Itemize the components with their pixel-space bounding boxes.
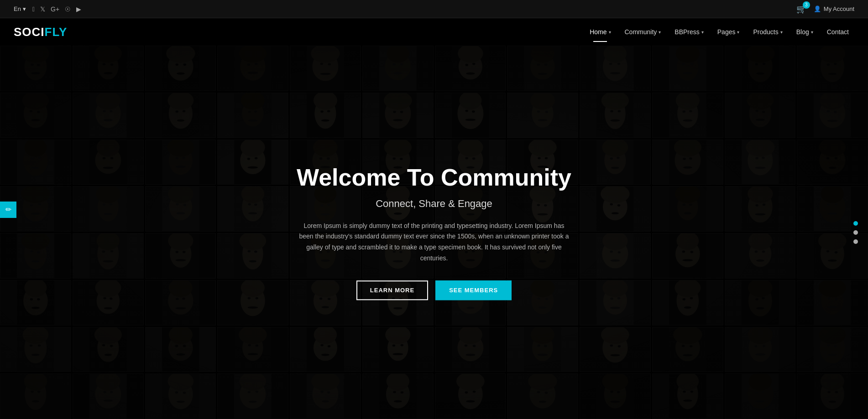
slide-dot-2[interactable] [853, 230, 858, 235]
nav-products-label: Products [753, 28, 778, 36]
nav-blog-arrow: ▾ [811, 30, 813, 35]
youtube-icon[interactable]: ▶ [76, 5, 81, 13]
cart-button[interactable]: 🛒 3 [796, 4, 806, 14]
hero-content: Welcome To Community Connect, Share & En… [274, 165, 594, 300]
see-members-button[interactable]: SEE MEMBERS [435, 280, 512, 300]
hero-section: Welcome To Community Connect, Share & En… [0, 46, 868, 419]
main-nav: SOCIFLY Home ▾ Community ▾ BBPress ▾ Pag… [0, 18, 868, 46]
rss-icon[interactable]: ☉ [65, 5, 71, 13]
twitter-icon[interactable]: 𝕏 [40, 5, 45, 13]
hero-title: Welcome To Community [274, 165, 594, 191]
nav-contact-label: Contact [827, 28, 849, 36]
slide-dot-1[interactable] [853, 221, 858, 226]
nav-pages[interactable]: Pages ▾ [712, 25, 745, 39]
nav-home-arrow: ▾ [609, 30, 611, 35]
nav-home-label: Home [590, 28, 607, 36]
nav-community-label: Community [625, 28, 657, 36]
slide-dots [853, 221, 858, 244]
edit-icon: ✏ [5, 205, 11, 214]
slide-dot-3[interactable] [853, 239, 858, 244]
nav-bbpress-label: BBPress [675, 28, 699, 36]
nav-bbpress-arrow: ▾ [701, 30, 704, 35]
edit-button[interactable]: ✏ [0, 202, 16, 218]
nav-community-arrow: ▾ [659, 30, 661, 35]
nav-home[interactable]: Home ▾ [584, 25, 616, 39]
social-icons:  𝕏 G+ ☉ ▶ [32, 5, 81, 13]
nav-blog[interactable]: Blog ▾ [791, 25, 819, 39]
nav-products[interactable]: Products ▾ [748, 25, 788, 39]
nav-links: Home ▾ Community ▾ BBPress ▾ Pages ▾ Pro… [584, 25, 854, 39]
cart-badge: 3 [803, 1, 810, 9]
top-bar: En ▾  𝕏 G+ ☉ ▶ 🛒 3 👤 My Account [0, 0, 868, 18]
logo-soci: SOCI [14, 25, 45, 39]
nav-pages-arrow: ▾ [737, 30, 739, 35]
hero-subtitle: Connect, Share & Engage [274, 198, 594, 210]
top-bar-right: 🛒 3 👤 My Account [796, 4, 854, 14]
nav-pages-label: Pages [717, 28, 736, 36]
facebook-icon[interactable]:  [32, 5, 35, 13]
nav-blog-label: Blog [796, 28, 809, 36]
nav-products-arrow: ▾ [780, 30, 783, 35]
language-selector[interactable]: En ▾ [14, 5, 26, 12]
my-account-link[interactable]: 👤 My Account [814, 5, 854, 12]
nav-contact[interactable]: Contact [821, 25, 854, 39]
logo-fly: FLY [45, 25, 68, 39]
learn-more-button[interactable]: LEARN MORE [356, 280, 428, 300]
hero-body: Lorem Ipsum is simply dummy text of the … [297, 221, 571, 264]
google-plus-icon[interactable]: G+ [51, 5, 59, 13]
account-user-icon: 👤 [814, 5, 821, 12]
lang-arrow: ▾ [23, 5, 26, 12]
top-bar-left: En ▾  𝕏 G+ ☉ ▶ [14, 5, 81, 13]
account-label: My Account [824, 5, 854, 12]
hero-buttons: LEARN MORE SEE MEMBERS [274, 280, 594, 300]
nav-community[interactable]: Community ▾ [619, 25, 667, 39]
nav-bbpress[interactable]: BBPress ▾ [669, 25, 709, 39]
lang-label: En [14, 5, 21, 12]
logo[interactable]: SOCIFLY [14, 25, 67, 39]
